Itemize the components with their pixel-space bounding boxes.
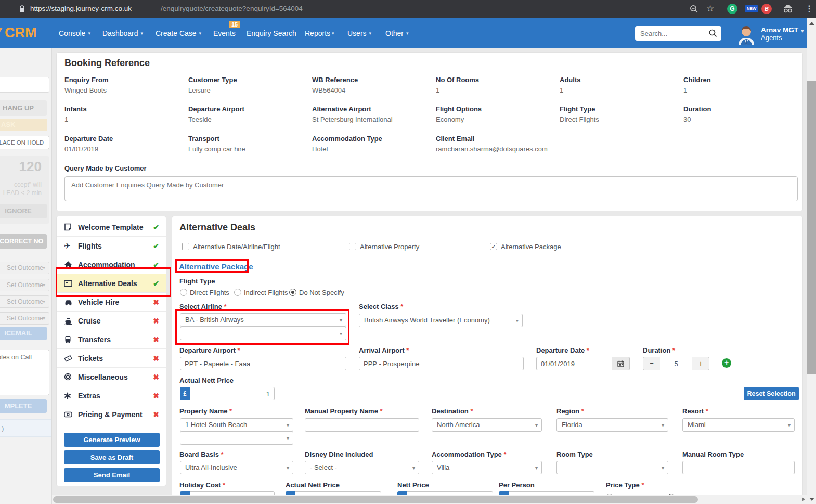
nav-item-console[interactable]: Console bbox=[59, 18, 90, 48]
url-host[interactable]: https://staging.journey-crm.co.uk bbox=[30, 5, 132, 12]
duration-minus-button[interactable]: − bbox=[643, 357, 660, 370]
place-on-hold-button[interactable]: PLACE ON HOLD bbox=[0, 136, 49, 149]
new-extension-icon[interactable]: NEW bbox=[745, 5, 758, 12]
generate-preview-button[interactable]: Generate Preview bbox=[64, 433, 160, 447]
call-number-input[interactable] bbox=[0, 77, 49, 93]
nav-item-other[interactable]: Other bbox=[385, 18, 409, 48]
board-basis-select[interactable]: Ultra All-Inclusive bbox=[180, 461, 293, 474]
field-value: 01/01/2019 bbox=[64, 145, 98, 153]
ignore-button[interactable]: IGNORE bbox=[0, 204, 47, 218]
toolbar-divider bbox=[776, 5, 776, 14]
room-type-select[interactable] bbox=[556, 461, 668, 474]
user-role: Agents bbox=[761, 34, 782, 42]
scroll-down-arrow-icon[interactable] bbox=[809, 498, 814, 501]
menu-item-extras[interactable]: Extras ✖ bbox=[57, 386, 166, 405]
query-textarea[interactable] bbox=[64, 176, 798, 201]
region-select[interactable]: Florida bbox=[556, 418, 668, 432]
scroll-right-arrow-icon[interactable] bbox=[802, 497, 805, 501]
set-outcome-dropdown[interactable]: Set Outcome bbox=[0, 279, 49, 291]
menu-item-tickets[interactable]: Tickets ✖ bbox=[57, 349, 166, 368]
duration-plus-button[interactable]: + bbox=[692, 357, 709, 370]
accommodation-type-select[interactable]: Villa bbox=[432, 461, 542, 474]
departure-airport-input[interactable] bbox=[180, 357, 346, 370]
field-value: 1 bbox=[64, 115, 68, 123]
app-logo: CRM bbox=[5, 25, 37, 41]
property-name-select-2[interactable] bbox=[180, 431, 293, 445]
menu-item-accommodation[interactable]: Accommodation ✔ bbox=[57, 255, 166, 274]
property-name-label: Property Name bbox=[179, 407, 232, 415]
incorrect-no-button[interactable]: INCORRECT NO bbox=[0, 234, 47, 249]
browser-menu-icon[interactable]: ⋮ bbox=[805, 4, 813, 14]
horizontal-scrollbar-thumb[interactable] bbox=[53, 496, 698, 503]
set-outcome-dropdown[interactable]: Set Outcome bbox=[0, 262, 49, 274]
url-path[interactable]: /enquiryquote/createquote?enquiryId=5640… bbox=[161, 5, 303, 12]
quote-sections-menu: Welcome Template ✔ ✈ Flights ✔ Accommoda… bbox=[56, 216, 166, 486]
hang-up-button[interactable]: HANG UP bbox=[0, 100, 47, 116]
menu-item-vehicle-hire[interactable]: Vehicle Hire ✖ bbox=[57, 293, 166, 312]
search-icon[interactable] bbox=[709, 29, 717, 37]
vertical-scrollbar-thumb[interactable] bbox=[807, 81, 816, 374]
airline-select-2[interactable] bbox=[180, 327, 346, 340]
do-not-specify-radio[interactable] bbox=[289, 289, 296, 296]
menu-item-miscellaneous[interactable]: Miscellaneous ✖ bbox=[57, 368, 166, 386]
send-email-button[interactable]: Send Email bbox=[64, 468, 160, 482]
reset-selection-button[interactable]: Reset Selection bbox=[744, 387, 799, 400]
disney-dine-select[interactable]: - Select - bbox=[305, 461, 419, 474]
indirect-flights-radio[interactable] bbox=[234, 289, 241, 296]
resort-select[interactable]: Miami bbox=[682, 418, 795, 432]
calendar-button[interactable] bbox=[612, 357, 630, 370]
chevron-down-icon bbox=[516, 315, 519, 327]
voicemail-button[interactable]: ICEMAIL bbox=[0, 327, 47, 340]
field-value: Fully comp car hire bbox=[188, 145, 245, 153]
direct-flights-radio[interactable] bbox=[180, 289, 187, 296]
arrival-airport-input[interactable] bbox=[359, 357, 524, 370]
arrival-airport-label: Arrival Airport bbox=[359, 346, 409, 354]
menu-item-transfers[interactable]: Transfers ✖ bbox=[57, 330, 166, 349]
menu-item-pricing-payment[interactable]: Pricing & Payment ✖ bbox=[57, 405, 166, 424]
field-label: No Of Rooms bbox=[436, 76, 479, 84]
zoom-icon[interactable] bbox=[690, 5, 698, 14]
grammarly-extension-icon[interactable]: G bbox=[727, 4, 737, 14]
set-outcome-dropdown[interactable]: Set Outcome bbox=[0, 312, 49, 325]
call-notes-textarea[interactable] bbox=[0, 350, 49, 395]
nav-item-dashboard[interactable]: Dashboard bbox=[102, 18, 143, 48]
search-input[interactable] bbox=[635, 26, 707, 41]
menu-item-cruise[interactable]: Cruise ✖ bbox=[57, 312, 166, 330]
departure-date-input[interactable] bbox=[536, 357, 612, 370]
field-label: Accommodation Type bbox=[312, 135, 382, 143]
vertical-scrollbar[interactable] bbox=[807, 18, 816, 504]
nav-item-create-case[interactable]: Create Case bbox=[156, 18, 201, 48]
manual-room-type-input[interactable] bbox=[682, 461, 795, 474]
menu-item-flights[interactable]: ✈ Flights ✔ bbox=[57, 237, 166, 255]
destination-label: Destination bbox=[432, 407, 473, 415]
nav-item-users[interactable]: Users bbox=[347, 18, 371, 48]
class-select[interactable]: British Airways World Traveller (Economy… bbox=[359, 314, 523, 327]
alt-date-airline-flight-checkbox[interactable] bbox=[182, 243, 189, 250]
scroll-up-arrow-icon[interactable] bbox=[809, 22, 814, 25]
avatar[interactable] bbox=[737, 25, 755, 45]
manual-property-name-input[interactable] bbox=[305, 418, 419, 432]
call-control-sidebar: HANG UP ASK PLACE ON HOLD 120 ccept" wil… bbox=[0, 48, 52, 504]
b-extension-icon[interactable]: B bbox=[761, 4, 772, 14]
menu-item-welcome-template[interactable]: Welcome Template ✔ bbox=[57, 218, 166, 237]
menu-item-alternative-deals[interactable]: Alternative Deals ✔ bbox=[57, 274, 166, 293]
alt-package-checkbox[interactable]: ✓ bbox=[490, 243, 497, 250]
nav-item-reports[interactable]: Reports bbox=[305, 18, 334, 48]
duration-input[interactable] bbox=[660, 357, 692, 370]
alt-property-checkbox[interactable] bbox=[349, 243, 356, 250]
property-name-select[interactable]: 1 Hotel South Beach bbox=[180, 418, 293, 432]
actual-nett-price-input[interactable] bbox=[189, 387, 275, 400]
set-outcome-dropdown[interactable]: Set Outcome bbox=[0, 295, 49, 308]
complete-button[interactable]: MPLETE bbox=[0, 399, 47, 413]
add-row-icon[interactable]: + bbox=[722, 358, 731, 368]
nav-item-enquiry-search[interactable]: Enquiry Search bbox=[247, 18, 296, 48]
holiday-cost-label: Holiday Cost bbox=[179, 481, 225, 489]
cross-icon: ✖ bbox=[153, 298, 159, 306]
user-menu-chevron-icon[interactable] bbox=[801, 28, 804, 34]
destination-select[interactable]: North America bbox=[432, 418, 542, 432]
bookmark-star-icon[interactable]: ☆ bbox=[706, 3, 714, 14]
save-as-draft-button[interactable]: Save as Draft bbox=[64, 450, 160, 464]
airline-select[interactable]: BA - British Airways bbox=[180, 313, 346, 327]
horizontal-scrollbar[interactable] bbox=[52, 495, 807, 504]
user-name[interactable]: Arnav MGT bbox=[761, 26, 798, 34]
